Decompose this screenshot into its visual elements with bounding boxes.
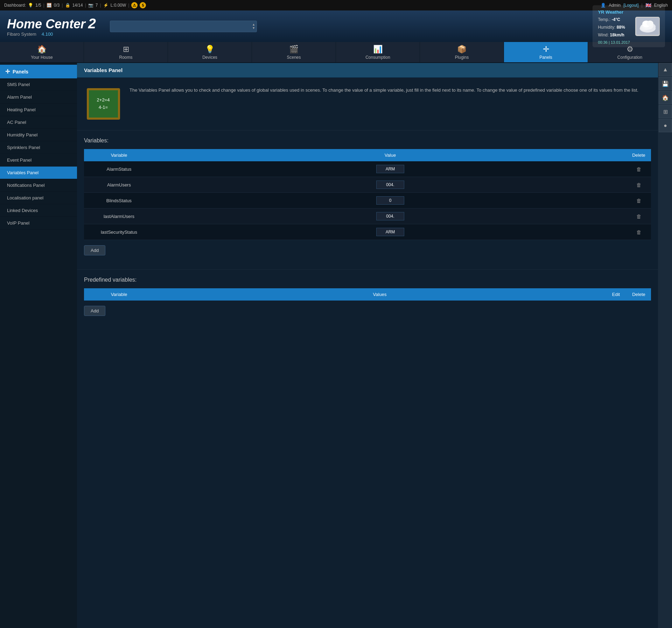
delete-button[interactable]: 🗑 bbox=[634, 212, 644, 220]
main-layout: ✛ Panels SMS Panel Alarm Panel Heating P… bbox=[0, 63, 672, 628]
cameras-icon: 📷 bbox=[88, 3, 93, 8]
var-value-input[interactable] bbox=[376, 228, 404, 236]
chalkboard-text: 2+2=44-1= bbox=[97, 97, 110, 111]
search-input[interactable] bbox=[110, 21, 257, 32]
sidebar-item-alarm[interactable]: Alarm Panel bbox=[0, 91, 77, 104]
devices-icon: 💡 bbox=[205, 45, 215, 54]
search-box[interactable]: ▲ ▼ bbox=[110, 21, 257, 32]
svg-point-6 bbox=[646, 21, 653, 26]
pred-col-values: Values bbox=[154, 288, 606, 301]
delete-button[interactable]: 🗑 bbox=[634, 181, 644, 189]
var-value-input[interactable] bbox=[376, 181, 404, 189]
rooms-icon: ⊞ bbox=[123, 45, 129, 54]
sidebar-header-label: Panels bbox=[13, 69, 28, 75]
nav-consumption[interactable]: 📊 Consumption bbox=[336, 42, 420, 62]
sidebar-item-heating[interactable]: Heating Panel bbox=[0, 104, 77, 116]
copy-button[interactable]: ⊞ bbox=[659, 105, 672, 118]
power-icon: ⚡ bbox=[103, 3, 108, 8]
upload-button[interactable]: ▲ bbox=[659, 63, 672, 76]
lights-count: 1/5 bbox=[35, 3, 41, 8]
var-value-input[interactable] bbox=[376, 212, 404, 220]
var-value-cell[interactable] bbox=[154, 177, 626, 193]
var-value-cell[interactable] bbox=[154, 209, 626, 224]
table-row: AlarmUsers 🗑 bbox=[84, 177, 651, 193]
pred-col-delete: Delete bbox=[626, 288, 651, 301]
sep2: | bbox=[62, 3, 63, 8]
add-variable-button[interactable]: Add bbox=[84, 245, 105, 255]
sidebar-item-variables[interactable]: Variables Panel bbox=[0, 167, 77, 179]
configuration-icon: ⚙ bbox=[626, 45, 634, 54]
col-value: Value bbox=[154, 149, 626, 161]
panels-icon: ✛ bbox=[543, 45, 549, 54]
nav-scenes[interactable]: 🎬 Scenes bbox=[252, 42, 336, 62]
locks-count: 14/14 bbox=[72, 3, 83, 8]
add-predefined-button[interactable]: Add bbox=[84, 306, 105, 316]
sidebar-item-event[interactable]: Event Panel bbox=[0, 154, 77, 167]
cameras-count: 7 bbox=[96, 3, 98, 8]
nav-your-house[interactable]: 🏠 Your House bbox=[0, 42, 84, 62]
locks-icon: 🔒 bbox=[65, 3, 70, 8]
arrow-down[interactable]: ▼ bbox=[252, 27, 255, 30]
lights-icon: 💡 bbox=[28, 3, 33, 8]
sep1: | bbox=[43, 3, 44, 8]
sidebar-item-sprinklers[interactable]: Sprinklers Panel bbox=[0, 141, 77, 154]
wind-val: 18km/h bbox=[610, 33, 624, 37]
var-delete-cell: 🗑 bbox=[626, 224, 651, 240]
delete-button[interactable]: 🗑 bbox=[634, 197, 644, 205]
topbar: Dashboard: 💡 1/5 | 🪟 0/3 | 🔒 14/14 | 📷 7… bbox=[0, 0, 672, 10]
var-delete-cell: 🗑 bbox=[626, 177, 651, 193]
delete-button[interactable]: 🗑 bbox=[634, 165, 644, 173]
sidebar-item-ac[interactable]: AC Panel bbox=[0, 116, 77, 129]
sidebar-item-sms[interactable]: SMS Panel bbox=[0, 78, 77, 91]
topbar-stats: Dashboard: 💡 1/5 | 🪟 0/3 | 🔒 14/14 | 📷 7… bbox=[4, 2, 146, 8]
power-val: L:0.00W bbox=[111, 3, 126, 8]
sep5: | bbox=[128, 3, 129, 8]
your-house-label: Your House bbox=[31, 55, 52, 60]
main-nav: 🏠 Your House ⊞ Rooms 💡 Devices 🎬 Scenes … bbox=[0, 42, 672, 63]
bulb-button[interactable]: ● bbox=[659, 119, 672, 132]
save-button[interactable]: 💾 bbox=[659, 77, 672, 90]
nav-devices[interactable]: 💡 Devices bbox=[168, 42, 252, 62]
panel-intro: 2+2=44-1= The Variables Panel allows you… bbox=[77, 78, 658, 130]
dashboard-label: Dashboard: bbox=[4, 3, 26, 8]
arrow-up[interactable]: ▲ bbox=[252, 23, 255, 26]
consumption-label: Consumption bbox=[365, 55, 390, 60]
nav-plugins[interactable]: 📦 Plugins bbox=[420, 42, 504, 62]
var-name: AlarmStatus bbox=[84, 161, 154, 177]
sep3: | bbox=[85, 3, 86, 8]
logo-subtitle: Fibaro System bbox=[7, 31, 36, 37]
var-value-input[interactable] bbox=[376, 165, 404, 173]
puzzle-icon: ✛ bbox=[5, 68, 10, 75]
humidity-label: Humidity: bbox=[598, 25, 615, 30]
warning-badge[interactable]: ⚠ bbox=[131, 2, 138, 8]
scenes-icon: 🎬 bbox=[289, 45, 299, 54]
var-value-input[interactable] bbox=[376, 196, 404, 205]
warning-count[interactable]: 5 bbox=[140, 2, 146, 8]
plugins-label: Plugins bbox=[455, 55, 469, 60]
col-variable: Variable bbox=[84, 149, 154, 161]
var-value-cell[interactable] bbox=[154, 224, 626, 240]
nav-configuration[interactable]: ⚙ Configuration bbox=[588, 42, 672, 62]
var-value-cell[interactable] bbox=[154, 161, 626, 177]
variables-section: Variables: Variable Value Delete AlarmSt… bbox=[77, 130, 658, 262]
sidebar-item-humidity[interactable]: Humidity Panel bbox=[0, 129, 77, 141]
consumption-icon: 📊 bbox=[373, 45, 383, 54]
rooms-label: Rooms bbox=[119, 55, 132, 60]
sidebar-item-linked[interactable]: Linked Devices bbox=[0, 204, 77, 217]
var-delete-cell: 🗑 bbox=[626, 209, 651, 224]
temp-val: -4°C bbox=[612, 17, 620, 22]
nav-rooms[interactable]: ⊞ Rooms bbox=[84, 42, 168, 62]
sidebar-item-notifications[interactable]: Notifications Panel bbox=[0, 179, 77, 192]
search-arrows: ▲ ▼ bbox=[252, 23, 255, 30]
sidebar-item-localisation[interactable]: Localisation panel bbox=[0, 192, 77, 204]
var-value-cell[interactable] bbox=[154, 193, 626, 209]
content-header: Variables Panel bbox=[77, 63, 658, 78]
nav-panels[interactable]: ✛ Panels bbox=[504, 42, 588, 62]
weather-icon bbox=[635, 17, 660, 36]
sidebar-item-voip[interactable]: VoIP Panel bbox=[0, 217, 77, 230]
home-button[interactable]: 🏠 bbox=[659, 91, 672, 104]
predefined-table: Variable Values Edit Delete bbox=[84, 288, 651, 301]
delete-button[interactable]: 🗑 bbox=[634, 228, 644, 236]
shutters-count: 0/3 bbox=[54, 3, 60, 8]
sidebar: ✛ Panels SMS Panel Alarm Panel Heating P… bbox=[0, 63, 77, 628]
